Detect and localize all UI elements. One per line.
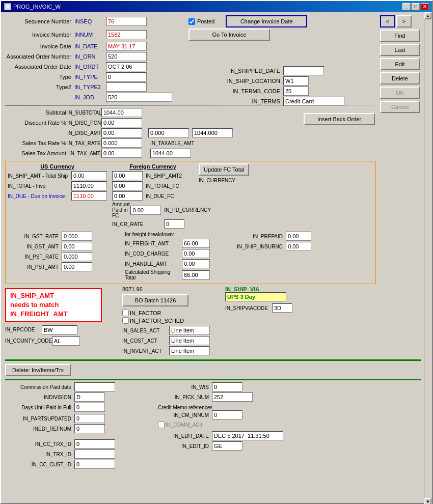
in-job-input[interactable] [106,93,172,102]
green-separator-2 [5,379,421,380]
in-terms-code-input[interactable] [283,87,309,96]
rpcode-row: IN_RPCODE [5,325,107,334]
in-terms-input[interactable] [283,97,344,106]
inedi-refnum-input[interactable] [74,424,105,433]
in-cc-trx-id-input[interactable] [74,439,115,449]
in-due-fc-input[interactable] [112,191,143,201]
last-button[interactable]: Last [380,44,420,56]
inseq-input[interactable] [106,17,147,26]
cancel-button[interactable]: Cancel [380,101,420,113]
disc-rate-label: Discount Rate % [5,120,66,126]
in-cost-act-input[interactable] [169,336,210,345]
in-cc-cust-id-input[interactable] [74,460,115,469]
in-freight-amt-input[interactable] [182,239,210,248]
delete-inv-items-trx-button[interactable]: Delete: Inv/Items/Trx [5,364,71,376]
scrollbar[interactable]: ▲ ▼ [424,12,432,504]
in-due-fc-fieldname: IN_DUE_FC [146,193,174,199]
calc-shipping-input[interactable] [182,270,210,279]
assoc-order-date-row: Associated Order Date IN_ORDT [5,62,421,71]
amount-paid-fc-input[interactable] [130,206,161,215]
in-comm-adj-checkbox[interactable] [158,422,165,428]
in-ordt-input[interactable] [106,62,147,71]
scroll-down[interactable]: ▼ [424,498,431,504]
main-window: ■ PROG_INVOIC_W _ □ ✕ ▲ ▼ Sequence Numbe… [0,0,433,504]
in-date-input[interactable] [106,42,147,51]
in-total-input[interactable] [71,181,107,190]
in-taxable-amt-input[interactable] [150,149,191,158]
in-pd-currency-fieldname: IN_PD_CURRENCY [164,207,211,213]
minimize-button[interactable]: _ [402,3,411,10]
in-factor-sched-checkbox[interactable] [122,317,129,324]
in-ship-amt-input[interactable] [71,171,107,180]
in-cm-innum-input[interactable] [212,410,242,419]
in-due-input[interactable] [71,191,107,201]
county-code-row: IN_COUNTY_CODE [5,337,107,346]
in-sales-act-input[interactable] [169,326,210,335]
back-button[interactable]: < [380,15,395,27]
in-rpcode-input[interactable] [42,325,77,334]
in-invent-act-fieldname: IN_INVENT_ACT [122,348,168,354]
in-tax-rate-fieldname: IN_TAX_RATE [67,141,100,146]
in-subtotal-input[interactable] [101,108,142,117]
delete-button[interactable]: Delete [380,72,420,85]
in-orn-input[interactable] [106,52,147,61]
in-ship-location-input[interactable] [283,76,309,86]
in-disc-amt3-input[interactable] [192,128,233,137]
type-label: Type [5,74,71,80]
innum-input[interactable] [106,30,147,39]
comm-paid-date-input[interactable] [74,382,115,391]
in-pst-amt-fieldname: IN_PST_AMT [8,264,59,270]
in-wis-input[interactable] [212,382,242,391]
in-gst-amt-input[interactable] [62,242,92,251]
forward-button[interactable]: > [396,15,412,27]
in-disc-pcnt-input[interactable] [101,118,142,127]
in-partsupdated-input[interactable] [74,414,105,423]
in-county-code-input[interactable] [52,337,80,346]
insert-back-order-button[interactable]: Insert Back Order [304,113,375,125]
in-pick-num-input[interactable] [212,393,253,402]
in-handle-amt-input[interactable] [182,259,210,268]
in-freight-amt-fieldname: IN_FREIGHT_AMT [125,241,181,246]
in-factor-checkbox[interactable] [122,310,129,316]
title-buttons[interactable]: _ □ ✕ [402,3,429,10]
close-button[interactable]: ✕ [421,3,429,10]
bo-batch-button[interactable]: BO Batch 11426 [122,294,188,306]
update-fc-total-button[interactable]: Update FC Total [199,163,249,176]
in-pick-num-fieldname: IN_PICK_NUM [158,395,209,400]
in-invent-act-input[interactable] [169,346,210,355]
scroll-up[interactable]: ▲ [424,12,431,19]
in-edit-date-input[interactable] [212,431,283,440]
in-pst-amt-input[interactable] [62,262,92,271]
in-disc-amt2-input[interactable] [148,128,189,137]
in-type-fieldname: IN_TYPE [74,74,105,80]
in-pst-rate-input[interactable] [62,252,92,261]
in-ship-insurnc-input[interactable] [286,242,311,251]
in-total-fc-input[interactable] [112,181,143,190]
edit-button[interactable]: Edit [380,58,420,70]
in-tax-amt-input[interactable] [101,149,142,158]
in-disc-amt-input[interactable] [101,128,142,137]
indivision-input[interactable] [74,393,105,402]
days-paid-input[interactable] [74,403,105,412]
in-shipviacode-input[interactable] [272,303,292,313]
in-cod-charge-input[interactable] [182,249,210,258]
in-type-input[interactable] [106,72,147,81]
in-edit-id-input[interactable] [212,441,242,451]
in-cr-rate-input[interactable] [164,219,184,229]
ok-button[interactable]: OK [380,87,420,99]
in-prepaid-input[interactable] [286,232,311,241]
maximize-button[interactable]: □ [412,3,420,10]
in-tax-rate-input[interactable] [101,138,142,148]
in-ship-via-input[interactable] [225,292,286,301]
find-button[interactable]: Find [380,30,420,42]
posted-checkbox[interactable] [188,18,195,25]
in-total-label: IN_TOTAL - Invo [8,183,70,189]
in-shipped-date-input[interactable] [283,66,324,75]
in-type2-input[interactable] [106,82,147,92]
in-taxable-amt-fieldname: IN_TAXABLE_AMT [150,141,195,146]
in-trx-id-input[interactable] [74,450,115,459]
bottom-left: Commission Paid date INDIVISION Days Unt… [5,382,148,470]
bottom-right: IN_WIS IN_PICK_NUM Credit Memo reference… [158,382,301,470]
in-gst-rate-input[interactable] [62,232,92,241]
in-ship-amt2-input[interactable] [112,171,143,180]
